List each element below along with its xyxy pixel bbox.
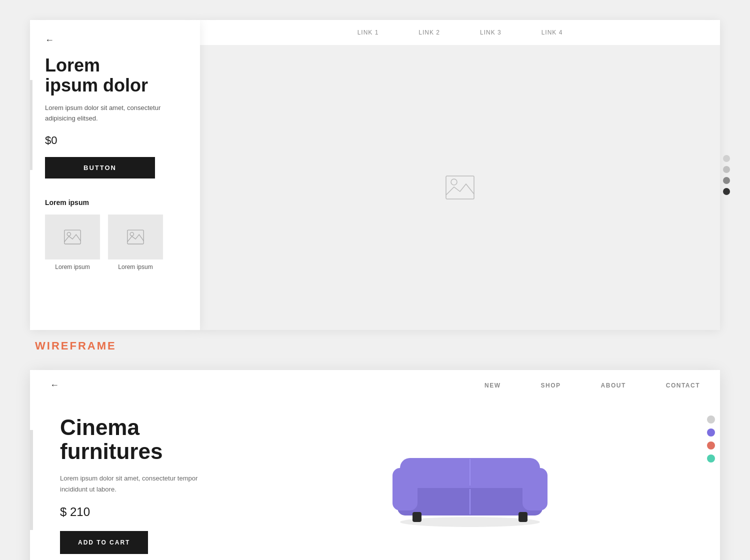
wireframe-hero-card: LINK 1 LINK 2 LINK 3 LINK 4 <box>200 20 720 330</box>
proto-nav-about[interactable]: ABOUT <box>601 382 626 389</box>
color-swatch-teal[interactable] <box>707 454 715 462</box>
proto-nav-new[interactable]: NEW <box>484 382 501 389</box>
proto-product-price: $ 210 <box>60 505 220 519</box>
proto-product-section: Cinema furnitures Lorem ipsum dolor sit … <box>30 400 720 560</box>
proto-nav: ← NEW SHOP ABOUT CONTACT <box>30 370 720 400</box>
svg-rect-10 <box>522 468 548 510</box>
wf-nav-links: LINK 1 LINK 2 LINK 3 LINK 4 <box>358 29 563 36</box>
wf-dot-1[interactable] <box>723 155 730 162</box>
color-swatch-gray[interactable] <box>707 416 715 424</box>
proto-back-arrow[interactable]: ← <box>50 380 59 390</box>
proto-product-info: Cinema furnitures Lorem ipsum dolor sit … <box>60 416 220 554</box>
wf-related-section: Lorem ipsum Lorem ipsum <box>45 198 185 270</box>
wf-item-label-1: Lorem ipsum <box>55 264 90 270</box>
wf-dot-2[interactable] <box>723 166 730 173</box>
proto-sofa-image <box>240 416 700 540</box>
image-placeholder-icon-2 <box>126 228 144 246</box>
wf-related-items: Lorem ipsum Lorem ipsum <box>45 214 185 270</box>
wf-back-arrow[interactable]: ← <box>45 35 185 46</box>
wf-hero-image <box>200 45 720 330</box>
page-container: ← Lorem ipsum dolor Lorem ipsum dolor si… <box>30 20 720 560</box>
wf-cta-button[interactable]: BUTTON <box>45 157 155 178</box>
proto-color-swatches <box>707 416 715 462</box>
proto-product-desc: Lorem ipsum dolor sit amet, consectetur … <box>60 473 220 495</box>
accent-bar <box>30 80 32 170</box>
svg-rect-14 <box>518 512 528 522</box>
wf-item-label-2: Lorem ipsum <box>118 264 152 270</box>
hero-placeholder-icon <box>445 172 475 202</box>
wf-related-title: Lorem ipsum <box>45 198 185 206</box>
wf-placeholder-image <box>45 214 100 260</box>
proto-nav-links: NEW SHOP ABOUT CONTACT <box>484 382 700 389</box>
wf-product-desc: Lorem ipsum dolor sit amet, consectetur … <box>45 103 185 124</box>
wf-placeholder-image-2 <box>108 214 163 260</box>
image-placeholder-icon <box>64 228 82 246</box>
proto-accent-bar <box>30 430 33 530</box>
svg-point-3 <box>130 232 134 236</box>
proto-product-title: Cinema furnitures <box>60 416 220 464</box>
wireframe-left-card: ← Lorem ipsum dolor Lorem ipsum dolor si… <box>30 20 200 330</box>
svg-point-1 <box>67 232 70 236</box>
prototype-section: ← NEW SHOP ABOUT CONTACT Cinema furnitur… <box>30 370 720 560</box>
color-swatch-red[interactable] <box>707 442 715 450</box>
sofa-illustration <box>385 428 555 528</box>
wireframe-section: ← Lorem ipsum dolor Lorem ipsum dolor si… <box>30 20 720 330</box>
wf-product-price: $0 <box>45 134 185 147</box>
wireframe-label: WIREFRAME <box>35 340 116 352</box>
wf-related-item[interactable]: Lorem ipsum <box>108 214 163 270</box>
wf-related-item[interactable]: Lorem ipsum <box>45 214 100 270</box>
svg-rect-4 <box>446 176 474 199</box>
wf-nav: LINK 1 LINK 2 LINK 3 LINK 4 <box>200 20 720 45</box>
proto-nav-shop[interactable]: SHOP <box>541 382 561 389</box>
wf-color-dots <box>723 155 730 195</box>
wf-dot-3[interactable] <box>723 177 730 184</box>
svg-rect-13 <box>412 512 422 522</box>
wf-nav-link-3[interactable]: LINK 3 <box>480 29 502 36</box>
wf-nav-link-4[interactable]: LINK 4 <box>542 29 563 36</box>
wf-product-title: Lorem ipsum dolor <box>45 56 185 95</box>
svg-point-5 <box>451 179 457 185</box>
svg-rect-9 <box>392 468 418 510</box>
color-swatch-purple[interactable] <box>707 428 715 436</box>
prototype-main-card: ← NEW SHOP ABOUT CONTACT Cinema furnitur… <box>30 370 720 560</box>
proto-nav-contact[interactable]: CONTACT <box>666 382 700 389</box>
wf-dot-4[interactable] <box>723 188 730 195</box>
wf-nav-link-1[interactable]: LINK 1 <box>358 29 379 36</box>
add-to-cart-button[interactable]: ADD TO CART <box>60 531 148 554</box>
wf-nav-link-2[interactable]: LINK 2 <box>418 29 440 36</box>
